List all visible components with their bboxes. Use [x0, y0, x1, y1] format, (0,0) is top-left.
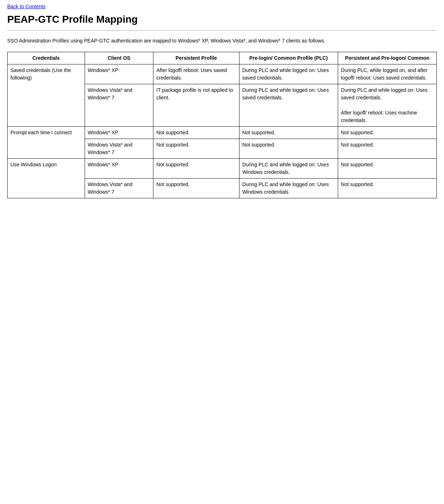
cell-prelogin: During PLC and while logged on: Uses Win… — [239, 179, 338, 198]
cell-credentials: Saved credentials (Use the following) — [8, 64, 85, 127]
header-persistent-profile: Persistent Profile — [153, 52, 239, 64]
cell-persistent-prelogon: Not supported. — [338, 159, 436, 179]
cell-persistent: Not supported. — [153, 139, 239, 159]
table-header-row: Credentials Client OS Persistent Profile… — [8, 52, 437, 64]
cell-persistent-prelogon: Not supported. — [338, 127, 436, 139]
intro-text: SSO Administration Profiles using PEAP-G… — [7, 37, 437, 45]
cell-persistent: IT package profile is not applied to cli… — [153, 84, 239, 127]
cell-os: Windows Vista* and Windows* 7 — [85, 139, 153, 159]
cell-os: Windows Vista* and Windows* 7 — [85, 179, 153, 198]
cell-os: Windows Vista* and Windows* 7 — [85, 84, 153, 127]
header-prelogin-common: Pre-login/ Common Profile (PLC) — [239, 52, 338, 64]
cell-persistent-prelogon: During PLC and while logged on: Uses sav… — [338, 84, 436, 127]
table-row: Saved credentials (Use the following)Win… — [8, 64, 437, 84]
cell-persistent: Not supported. — [153, 179, 239, 198]
cell-prelogin: During PLC and while logged on: Uses sav… — [239, 64, 338, 84]
back-to-contents-link[interactable]: Back to Contents — [7, 4, 46, 9]
table-row: Use Windows LogonWindows* XPNot supporte… — [8, 159, 437, 179]
cell-persistent-prelogon: During PLC, while logged on, and after l… — [338, 64, 436, 84]
mapping-table: Credentials Client OS Persistent Profile… — [7, 52, 437, 198]
cell-persistent: Not supported. — [153, 127, 239, 139]
table-row: Prompt each time I connectWindows* XPNot… — [8, 127, 437, 139]
page-title: PEAP-GTC Profile Mapping — [7, 14, 437, 25]
header-persistent-prelogon: Persistent and Pre-logon/ Common — [338, 52, 436, 64]
divider — [7, 30, 437, 31]
cell-persistent: Not supported. — [153, 159, 239, 179]
header-credentials: Credentials — [8, 52, 85, 64]
header-client-os: Client OS — [85, 52, 153, 64]
cell-credentials: Prompt each time I connect — [8, 127, 85, 159]
cell-persistent-prelogon: Not supported. — [338, 139, 436, 159]
cell-os: Windows* XP — [85, 127, 153, 139]
cell-os: Windows* XP — [85, 64, 153, 84]
cell-prelogin: During PLC and while logged on: Uses sav… — [239, 84, 338, 127]
cell-prelogin: During PLC and while logged on: Uses Win… — [239, 159, 338, 179]
cell-prelogin: Not supported. — [239, 127, 338, 139]
cell-persistent-prelogon: Not supported. — [338, 179, 436, 198]
cell-os: Windows* XP — [85, 159, 153, 179]
cell-prelogin: Not supported. — [239, 139, 338, 159]
cell-credentials: Use Windows Logon — [8, 159, 85, 198]
cell-persistent: After logoff/ reboot: Uses saved credent… — [153, 64, 239, 84]
